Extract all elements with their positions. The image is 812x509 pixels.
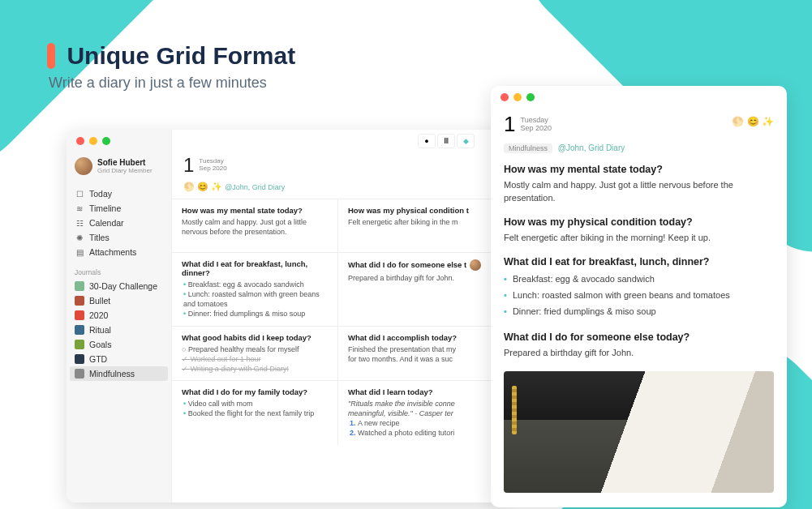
reader-entry: How was my mental state today?Mostly cal… — [504, 164, 774, 205]
zoom-icon[interactable] — [102, 137, 110, 145]
journal-icon — [75, 369, 84, 379]
date-text: Tuesday Sep 2020 — [520, 117, 552, 133]
cell-answer: Prepared healthy meals for myselfWorked … — [182, 344, 328, 374]
nav-item-timeline[interactable]: ≋Timeline — [67, 201, 171, 216]
reader-body: 1 Tuesday Sep 2020 🌕 😊 ✨ Mindfulness @Jo… — [491, 109, 787, 493]
journal-icon — [75, 281, 84, 291]
main-area: ● Ⅲ ◆ 1 Tuesday Sep 2020 🌕 😊 ✨ @John, Gr… — [172, 130, 505, 503]
journals-list: 30-Day ChallengeBullet2020RitualGoalsGTD… — [67, 279, 171, 381]
journal-icon — [75, 296, 84, 306]
cell-answer: "Rituals make the invisible connemeaning… — [348, 399, 495, 438]
nav: ☐Today≋Timeline☷Calendar✺Titles▤Attachme… — [67, 183, 171, 263]
view-grid-button[interactable]: Ⅲ — [437, 134, 455, 148]
close-icon[interactable] — [76, 137, 84, 145]
minimize-icon[interactable] — [513, 93, 522, 101]
nav-label: Attachments — [89, 247, 136, 257]
reader-entries: How was my mental state today?Mostly cal… — [504, 164, 774, 360]
entry-answer: Prepared a birthday gift for John. — [504, 347, 774, 360]
cell-question: How was my mental state today? — [182, 206, 328, 215]
nav-item-attachments[interactable]: ▤Attachments — [67, 245, 171, 259]
mood-icons[interactable]: 🌕 😊 ✨ — [183, 182, 222, 192]
reader-entry: What did I do for someone else today?Pre… — [504, 331, 774, 360]
hero: Unique Grid Format Write a diary in just… — [47, 42, 295, 92]
journal-item-gtd[interactable]: GTD — [67, 352, 171, 366]
diary-cell[interactable]: What did I accomplish today?Finished the… — [338, 326, 505, 380]
cell-question: What did I accomplish today? — [348, 333, 495, 342]
date-day: 1 — [504, 112, 515, 137]
journal-icon — [75, 354, 84, 364]
journal-icon — [75, 340, 84, 349]
nav-label: Timeline — [89, 203, 121, 213]
journal-label: Bullet — [89, 296, 110, 306]
close-icon[interactable] — [501, 93, 509, 101]
journal-label: Goals — [89, 340, 111, 349]
window-controls — [67, 130, 171, 152]
journal-item-ritual[interactable]: Ritual — [67, 323, 171, 337]
journals-label: Journals — [67, 263, 171, 279]
window-controls — [491, 86, 787, 109]
entry-question: How was my physical condition today? — [504, 216, 774, 228]
cell-answer: Video call with momBooked the flight for… — [182, 399, 328, 418]
avatar — [75, 157, 92, 175]
date-text: Tuesday Sep 2020 — [199, 158, 226, 173]
nav-label: Titles — [89, 233, 110, 242]
journal-label: 30-Day Challenge — [89, 281, 157, 291]
diary-cell[interactable]: How was my mental state today?Mostly cal… — [172, 199, 338, 252]
profile[interactable]: Sofie Hubert Grid Diary Member — [67, 152, 171, 183]
cell-answer: Breakfast: egg & avocado sandwichLunch: … — [182, 280, 328, 319]
entry-answer: Breakfast: egg & avocado sandwichLunch: … — [504, 272, 774, 320]
nav-label: Calendar — [89, 218, 124, 228]
cell-question: What did I learn today? — [348, 387, 495, 396]
entry-answer: Felt energetic after biking in the morni… — [504, 232, 774, 245]
diary-cell[interactable]: How was my physical condition tFelt ener… — [338, 199, 505, 252]
date-day: 1 — [183, 154, 194, 177]
journal-item-bullet[interactable]: Bullet — [67, 293, 171, 308]
avatar-icon — [470, 259, 481, 271]
nav-item-titles[interactable]: ✺Titles — [67, 230, 171, 245]
entry-photo[interactable] — [504, 371, 774, 493]
journal-icon — [75, 310, 84, 320]
mood-tag-row: 🌕 😊 ✨ @John, Grid Diary — [172, 182, 505, 199]
journal-label: GTD — [89, 354, 107, 364]
cell-answer: Mostly calm and happy. Just got a little… — [182, 217, 328, 237]
profile-name: Sofie Hubert — [97, 158, 153, 167]
cell-answer: Felt energetic after biking in the m — [348, 217, 495, 227]
cell-question: How was my physical condition t — [348, 206, 495, 215]
reader-entry: How was my physical condition today?Felt… — [504, 216, 774, 245]
mood-icons[interactable]: 🌕 😊 ✨ — [732, 116, 774, 127]
entry-question: How was my mental state today? — [504, 164, 774, 175]
entry-tags[interactable]: @John, Grid Diary — [558, 143, 625, 152]
diary-cell[interactable]: What did I do for my family today?Video … — [172, 380, 338, 445]
profile-role: Grid Diary Member — [97, 167, 153, 174]
journal-label: Ritual — [89, 325, 111, 335]
diary-cell[interactable]: What good habits did I keep today?Prepar… — [172, 326, 338, 380]
diary-grid: How was my mental state today?Mostly cal… — [172, 199, 505, 445]
view-globe-button[interactable]: ● — [418, 134, 436, 148]
journal-item-30-day-challenge[interactable]: 30-Day Challenge — [67, 279, 171, 293]
journal-label: Mindfulness — [89, 369, 135, 379]
journal-item-2020[interactable]: 2020 — [67, 308, 171, 323]
zoom-icon[interactable] — [526, 93, 535, 101]
diary-cell[interactable]: What did I learn today?"Rituals make the… — [338, 380, 505, 445]
nav-item-calendar[interactable]: ☷Calendar — [67, 216, 171, 230]
tag-pill[interactable]: Mindfulness — [504, 143, 552, 153]
entry-tags[interactable]: @John, Grid Diary — [225, 183, 285, 191]
entry-question: What did I eat for breakfast, lunch, din… — [504, 256, 774, 267]
diary-cell[interactable]: What did I do for someone else tPrepared… — [338, 252, 505, 326]
view-stack-button[interactable]: ◆ — [457, 134, 475, 148]
journal-item-mindfulness[interactable]: Mindfulness — [70, 366, 168, 381]
journal-item-goals[interactable]: Goals — [67, 337, 171, 352]
nav-icon: ☐ — [75, 190, 84, 199]
minimize-icon[interactable] — [89, 137, 97, 145]
view-toolbar: ● Ⅲ ◆ — [414, 130, 479, 152]
nav-icon: ✺ — [75, 233, 84, 242]
journal-label: 2020 — [89, 310, 108, 320]
grid-diary-window: Sofie Hubert Grid Diary Member ☐Today≋Ti… — [67, 130, 505, 503]
entry-answer: Mostly calm and happy. Just got a little… — [504, 179, 774, 205]
nav-icon: ☷ — [75, 219, 84, 228]
cell-question: What did I eat for breakfast, lunch, din… — [182, 259, 328, 277]
diary-cell[interactable]: What did I eat for breakfast, lunch, din… — [172, 252, 338, 326]
nav-item-today[interactable]: ☐Today — [67, 186, 171, 201]
sidebar: Sofie Hubert Grid Diary Member ☐Today≋Ti… — [67, 130, 172, 503]
journal-icon — [75, 325, 84, 335]
